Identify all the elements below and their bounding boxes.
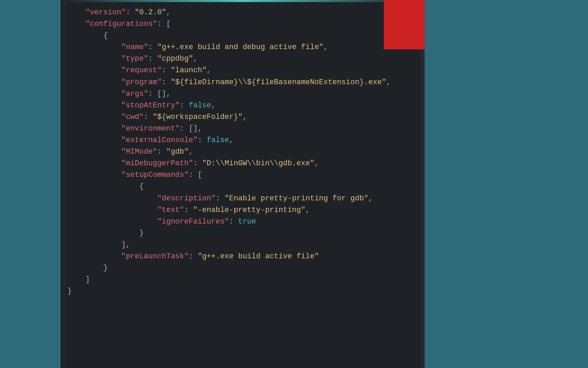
code-line-closeConfigurations: ] — [67, 274, 418, 286]
code-line-open1: { — [67, 30, 418, 42]
code-line-description: "description": "Enable pretty-printing f… — [67, 193, 418, 204]
code-line-close2: } — [67, 228, 418, 239]
code-line-setupCommands: "setupCommands": [ — [67, 169, 418, 181]
code-line-externalConsole: "externalConsole": false, — [67, 135, 418, 146]
code-line-args: "args": [], — [67, 88, 418, 100]
code-line-open2: { — [67, 181, 418, 193]
code-line-close1: } — [67, 262, 418, 274]
code-line-miDebuggerPath: "miDebuggerPath": "D:\\MinGW\\bin\\gdb.e… — [67, 158, 418, 169]
code-line-stopAtEntry: "stopAtEntry": false, — [67, 100, 418, 111]
code-line-program: "program": "${fileDirname}\\${fileBasena… — [67, 77, 418, 88]
red-decoration-square — [384, 0, 425, 49]
top-accent-bar — [61, 0, 425, 2]
code-editor: "version": "0.2.0", "configurations": [ … — [61, 0, 425, 368]
code-line-name: "name": "g++.exe build and debug active … — [67, 42, 418, 53]
code-line-environment: "environment": [], — [67, 123, 418, 135]
code-line-text: "text": "-enable-pretty-printing", — [67, 204, 418, 216]
code-line-MIMode: "MIMode": "gdb", — [67, 146, 418, 158]
code-line-cwd: "cwd": "${workspaceFolder}", — [67, 111, 418, 123]
code-line-version: "version": "0.2.0", — [67, 7, 418, 18]
code-content: "version": "0.2.0", "configurations": [ … — [61, 3, 425, 368]
code-line-preLaunchTask: "preLaunchTask": "g++.exe build active f… — [67, 251, 418, 262]
code-line-ignoreFailures: "ignoreFailures": true — [67, 216, 418, 228]
code-line-configurations: "configurations": [ — [67, 18, 418, 30]
code-line-request: "request": "launch", — [67, 65, 418, 76]
scrollbar[interactable] — [421, 0, 425, 368]
code-line-closeRoot: } — [67, 286, 418, 297]
code-line-closeSetup: ], — [67, 239, 418, 251]
code-line-type: "type": "cppdbg", — [67, 53, 418, 65]
